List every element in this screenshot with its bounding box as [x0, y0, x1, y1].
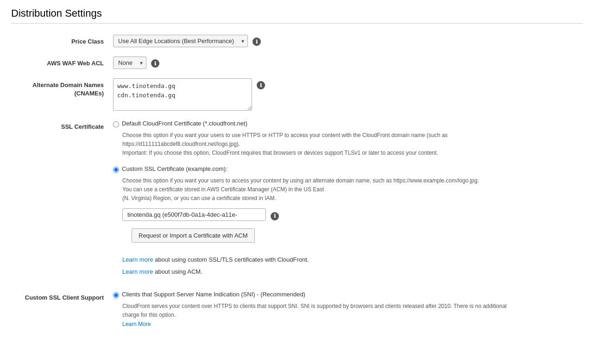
custom-ssl-client-row: Custom SSL Client Support Clients that S…	[11, 291, 583, 329]
price-class-label: Price Class	[11, 35, 113, 46]
sni-learn-more-link[interactable]: Learn More	[122, 321, 151, 327]
cert-input-info-icon[interactable]: ℹ	[271, 212, 279, 220]
cert-input[interactable]	[122, 208, 266, 221]
learn-more-cert-anchor[interactable]: Learn more	[122, 256, 153, 263]
custom-cert-label[interactable]: Custom SSL Certificate (example.com):	[122, 165, 227, 172]
sni-description: CloudFront serves your content over HTTP…	[122, 302, 507, 329]
custom-cert-radio[interactable]	[113, 167, 119, 173]
page-container: Distribution Settings Price Class Use Al…	[0, 0, 594, 364]
request-cert-button[interactable]: Request or Import a Certificate with ACM	[132, 228, 255, 243]
custom-ssl-client-control: Clients that Support Server Name Indicat…	[113, 291, 583, 329]
sni-label[interactable]: Clients that Support Server Name Indicat…	[122, 291, 305, 298]
sni-radio[interactable]	[113, 292, 119, 298]
learn-more-acm-anchor[interactable]: Learn more	[122, 268, 153, 275]
waf-acl-info-icon[interactable]: ℹ	[151, 59, 159, 68]
custom-ssl-client-section: Clients that Support Server Name Indicat…	[113, 291, 583, 329]
ssl-section: Default CloudFront Certificate (*.cloudf…	[113, 120, 583, 282]
cnames-textarea[interactable]: www.tinotenda.gq cdn.tinotenda.gq	[113, 78, 252, 111]
ssl-cert-label: SSL Certificate	[11, 120, 113, 131]
default-cert-option: Default CloudFront Certificate (*.cloudf…	[113, 120, 583, 127]
price-class-dropdown-wrapper[interactable]: Use All Edge Locations (Best Performance…	[113, 35, 248, 47]
cnames-control: www.tinotenda.gq cdn.tinotenda.gq ℹ	[113, 78, 583, 111]
cnames-row: Alternate Domain Names (CNAMEs) www.tino…	[11, 78, 583, 111]
custom-cert-option: Custom SSL Certificate (example.com):	[113, 165, 583, 173]
section-divider	[11, 23, 583, 24]
sni-option: Clients that Support Server Name Indicat…	[113, 291, 583, 298]
cnames-info-icon[interactable]: ℹ	[257, 81, 265, 89]
price-class-select[interactable]: Use All Edge Locations (Best Performance…	[113, 35, 248, 47]
ssl-cert-row: SSL Certificate Default CloudFront Certi…	[11, 120, 583, 282]
waf-acl-label: AWS WAF Web ACL	[11, 56, 113, 68]
cert-input-row: ℹ	[122, 208, 583, 221]
price-class-control: Use All Edge Locations (Best Performance…	[113, 35, 583, 47]
learn-more-cert-text: about using custom SSL/TLS certificates …	[153, 256, 309, 263]
waf-acl-row: AWS WAF Web ACL None ℹ	[11, 56, 583, 69]
price-class-info-icon[interactable]: ℹ	[253, 38, 261, 46]
custom-ssl-client-label: Custom SSL Client Support	[11, 291, 113, 302]
price-class-row: Price Class Use All Edge Locations (Best…	[11, 35, 583, 47]
learn-more-acm-text: about using ACM.	[153, 268, 202, 275]
waf-acl-control: None ℹ	[113, 56, 583, 69]
learn-more-cert-link[interactable]: Learn more	[122, 256, 153, 263]
page-title: Distribution Settings	[11, 7, 583, 19]
learn-more-block: Learn more about using custom SSL/TLS ce…	[122, 254, 583, 278]
waf-acl-select[interactable]: None	[113, 56, 146, 69]
default-cert-label[interactable]: Default CloudFront Certificate (*.cloudf…	[122, 120, 247, 127]
waf-acl-dropdown-wrapper[interactable]: None	[113, 56, 146, 69]
cnames-label: Alternate Domain Names (CNAMEs)	[11, 78, 113, 98]
custom-cert-description: Choose this option if you want your user…	[122, 176, 507, 203]
default-cert-description: Choose this option if you want your user…	[122, 131, 507, 158]
default-cert-radio[interactable]	[113, 121, 119, 127]
learn-more-acm-link[interactable]: Learn more	[122, 268, 153, 275]
ssl-cert-control: Default CloudFront Certificate (*.cloudf…	[113, 120, 583, 282]
